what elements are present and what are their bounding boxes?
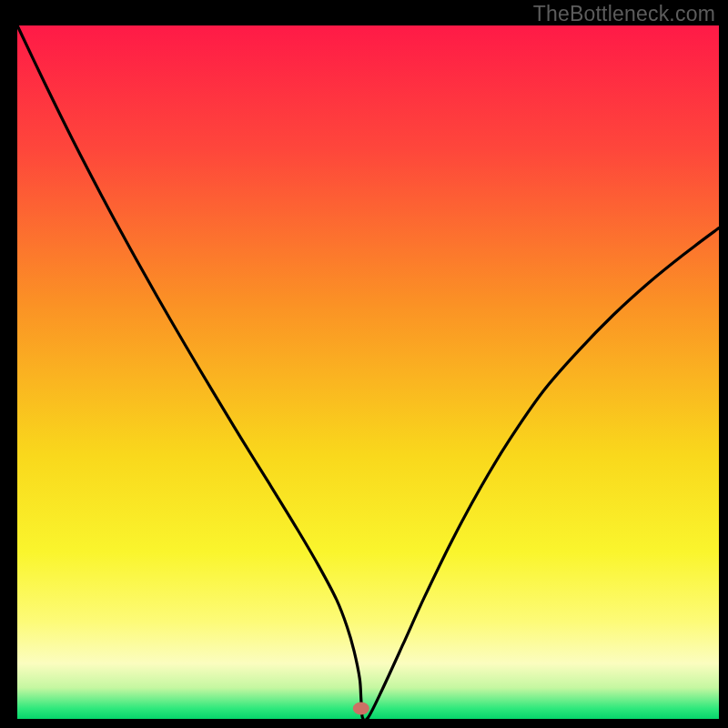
bottleneck-chart <box>0 0 728 728</box>
optimal-point-marker <box>353 703 369 715</box>
chart-frame: { "watermark": "TheBottleneck.com", "cha… <box>0 0 728 728</box>
watermark-text: TheBottleneck.com <box>533 2 715 26</box>
gradient-background <box>17 25 719 719</box>
